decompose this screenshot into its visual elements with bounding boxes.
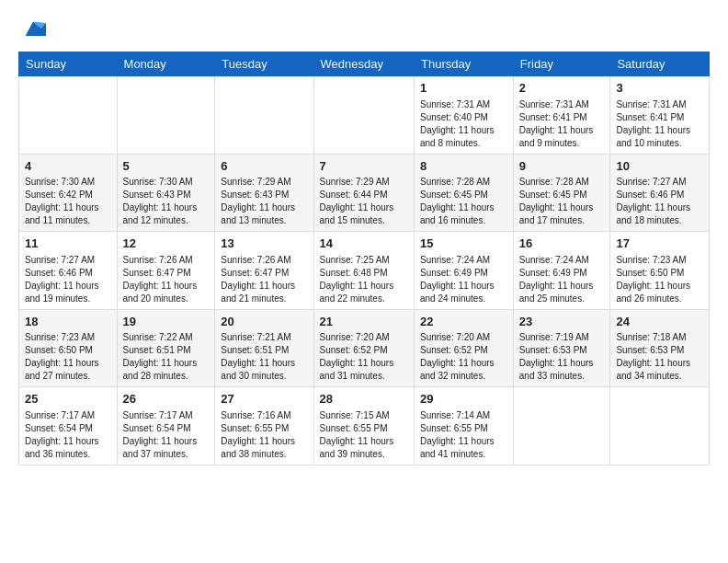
day-info: Sunrise: 7:20 AM Sunset: 6:52 PM Dayligh… [420, 331, 507, 383]
calendar-cell: 10Sunrise: 7:27 AM Sunset: 6:46 PM Dayli… [610, 154, 710, 232]
day-info: Sunrise: 7:31 AM Sunset: 6:40 PM Dayligh… [420, 98, 507, 150]
weekday-header: Sunday [19, 52, 118, 76]
calendar-cell: 25Sunrise: 7:17 AM Sunset: 6:54 PM Dayli… [19, 387, 118, 465]
calendar-cell: 14Sunrise: 7:25 AM Sunset: 6:48 PM Dayli… [313, 232, 414, 310]
calendar-cell: 7Sunrise: 7:29 AM Sunset: 6:44 PM Daylig… [313, 154, 414, 232]
day-number: 10 [616, 158, 703, 175]
day-info: Sunrise: 7:17 AM Sunset: 6:54 PM Dayligh… [25, 409, 111, 461]
calendar-cell: 1Sunrise: 7:31 AM Sunset: 6:40 PM Daylig… [415, 76, 514, 155]
weekday-header: Monday [117, 52, 215, 76]
day-info: Sunrise: 7:16 AM Sunset: 6:55 PM Dayligh… [221, 409, 307, 461]
calendar-week-row: 4Sunrise: 7:30 AM Sunset: 6:42 PM Daylig… [19, 154, 710, 232]
day-info: Sunrise: 7:21 AM Sunset: 6:51 PM Dayligh… [221, 331, 307, 383]
day-info: Sunrise: 7:28 AM Sunset: 6:45 PM Dayligh… [519, 176, 605, 227]
day-info: Sunrise: 7:18 AM Sunset: 6:53 PM Dayligh… [616, 331, 703, 383]
day-info: Sunrise: 7:26 AM Sunset: 6:47 PM Dayligh… [123, 254, 210, 305]
calendar-cell: 16Sunrise: 7:24 AM Sunset: 6:49 PM Dayli… [513, 232, 610, 310]
calendar-cell: 9Sunrise: 7:28 AM Sunset: 6:45 PM Daylig… [513, 154, 610, 232]
day-number: 17 [616, 236, 703, 252]
day-number: 24 [616, 314, 703, 330]
calendar-cell: 19Sunrise: 7:22 AM Sunset: 6:51 PM Dayli… [117, 309, 215, 387]
calendar-cell [19, 76, 118, 155]
day-info: Sunrise: 7:25 AM Sunset: 6:48 PM Dayligh… [320, 254, 408, 305]
calendar-cell: 27Sunrise: 7:16 AM Sunset: 6:55 PM Dayli… [215, 387, 313, 465]
weekday-header: Tuesday [215, 52, 313, 76]
calendar-cell [117, 76, 215, 155]
day-number: 25 [25, 391, 111, 408]
calendar-cell: 12Sunrise: 7:26 AM Sunset: 6:47 PM Dayli… [117, 232, 215, 310]
weekday-header: Friday [513, 52, 610, 76]
calendar-cell: 29Sunrise: 7:14 AM Sunset: 6:55 PM Dayli… [415, 387, 514, 465]
day-info: Sunrise: 7:30 AM Sunset: 6:42 PM Dayligh… [25, 176, 111, 227]
calendar-cell: 21Sunrise: 7:20 AM Sunset: 6:52 PM Dayli… [313, 309, 414, 387]
day-number: 27 [221, 391, 307, 408]
day-info: Sunrise: 7:20 AM Sunset: 6:52 PM Dayligh… [320, 331, 408, 383]
day-number: 29 [420, 391, 507, 408]
weekday-header: Saturday [610, 52, 710, 76]
calendar-cell: 15Sunrise: 7:24 AM Sunset: 6:49 PM Dayli… [415, 232, 514, 310]
calendar-cell: 8Sunrise: 7:28 AM Sunset: 6:45 PM Daylig… [415, 154, 514, 232]
calendar-cell: 6Sunrise: 7:29 AM Sunset: 6:43 PM Daylig… [215, 154, 313, 232]
logo [18, 17, 46, 42]
day-info: Sunrise: 7:24 AM Sunset: 6:49 PM Dayligh… [519, 254, 605, 305]
calendar-cell [610, 387, 710, 465]
day-number: 19 [123, 314, 210, 330]
day-number: 11 [25, 236, 111, 252]
calendar-week-row: 18Sunrise: 7:23 AM Sunset: 6:50 PM Dayli… [19, 309, 710, 387]
calendar-cell: 23Sunrise: 7:19 AM Sunset: 6:53 PM Dayli… [513, 309, 610, 387]
day-number: 5 [123, 158, 210, 175]
calendar-cell: 18Sunrise: 7:23 AM Sunset: 6:50 PM Dayli… [19, 309, 118, 387]
header [18, 17, 710, 42]
day-info: Sunrise: 7:15 AM Sunset: 6:55 PM Dayligh… [320, 409, 408, 461]
calendar-cell: 24Sunrise: 7:18 AM Sunset: 6:53 PM Dayli… [610, 309, 710, 387]
day-info: Sunrise: 7:29 AM Sunset: 6:43 PM Dayligh… [221, 176, 307, 227]
calendar-cell: 28Sunrise: 7:15 AM Sunset: 6:55 PM Dayli… [313, 387, 414, 465]
calendar-header-row: SundayMondayTuesdayWednesdayThursdayFrid… [19, 52, 710, 76]
calendar-cell: 11Sunrise: 7:27 AM Sunset: 6:46 PM Dayli… [19, 232, 118, 310]
day-info: Sunrise: 7:29 AM Sunset: 6:44 PM Dayligh… [320, 176, 408, 227]
calendar-cell [313, 76, 414, 155]
day-number: 14 [320, 236, 408, 252]
day-number: 16 [519, 236, 605, 252]
calendar-cell: 13Sunrise: 7:26 AM Sunset: 6:47 PM Dayli… [215, 232, 313, 310]
day-info: Sunrise: 7:14 AM Sunset: 6:55 PM Dayligh… [420, 409, 507, 461]
day-number: 7 [320, 158, 408, 175]
calendar-table: SundayMondayTuesdayWednesdayThursdayFrid… [18, 52, 710, 465]
day-info: Sunrise: 7:17 AM Sunset: 6:54 PM Dayligh… [123, 409, 210, 461]
weekday-header: Thursday [415, 52, 514, 76]
calendar-week-row: 25Sunrise: 7:17 AM Sunset: 6:54 PM Dayli… [19, 387, 710, 465]
day-number: 18 [25, 314, 111, 330]
calendar-cell: 20Sunrise: 7:21 AM Sunset: 6:51 PM Dayli… [215, 309, 313, 387]
day-info: Sunrise: 7:30 AM Sunset: 6:43 PM Dayligh… [123, 176, 210, 227]
day-number: 21 [320, 314, 408, 330]
calendar-cell: 17Sunrise: 7:23 AM Sunset: 6:50 PM Dayli… [610, 232, 710, 310]
day-number: 1 [420, 80, 507, 97]
day-number: 2 [519, 80, 605, 97]
day-info: Sunrise: 7:31 AM Sunset: 6:41 PM Dayligh… [519, 98, 605, 150]
calendar-cell: 4Sunrise: 7:30 AM Sunset: 6:42 PM Daylig… [19, 154, 118, 232]
day-number: 3 [616, 80, 703, 97]
calendar-cell [215, 76, 313, 155]
day-number: 22 [420, 314, 507, 330]
calendar-cell: 5Sunrise: 7:30 AM Sunset: 6:43 PM Daylig… [117, 154, 215, 232]
day-info: Sunrise: 7:22 AM Sunset: 6:51 PM Dayligh… [123, 331, 210, 383]
day-info: Sunrise: 7:19 AM Sunset: 6:53 PM Dayligh… [519, 331, 605, 383]
day-number: 6 [221, 158, 307, 175]
calendar-cell: 2Sunrise: 7:31 AM Sunset: 6:41 PM Daylig… [513, 76, 610, 155]
calendar-cell: 3Sunrise: 7:31 AM Sunset: 6:41 PM Daylig… [610, 76, 710, 155]
calendar-cell [513, 387, 610, 465]
calendar-cell: 22Sunrise: 7:20 AM Sunset: 6:52 PM Dayli… [415, 309, 514, 387]
day-number: 15 [420, 236, 507, 252]
logo-icon [20, 17, 46, 42]
day-info: Sunrise: 7:27 AM Sunset: 6:46 PM Dayligh… [25, 254, 111, 305]
calendar-week-row: 1Sunrise: 7:31 AM Sunset: 6:40 PM Daylig… [19, 76, 710, 155]
day-number: 23 [519, 314, 605, 330]
page: SundayMondayTuesdayWednesdayThursdayFrid… [0, 0, 728, 475]
day-number: 28 [320, 391, 408, 408]
day-info: Sunrise: 7:26 AM Sunset: 6:47 PM Dayligh… [221, 254, 307, 305]
day-number: 9 [519, 158, 605, 175]
day-info: Sunrise: 7:24 AM Sunset: 6:49 PM Dayligh… [420, 254, 507, 305]
calendar-week-row: 11Sunrise: 7:27 AM Sunset: 6:46 PM Dayli… [19, 232, 710, 310]
day-number: 13 [221, 236, 307, 252]
day-number: 12 [123, 236, 210, 252]
